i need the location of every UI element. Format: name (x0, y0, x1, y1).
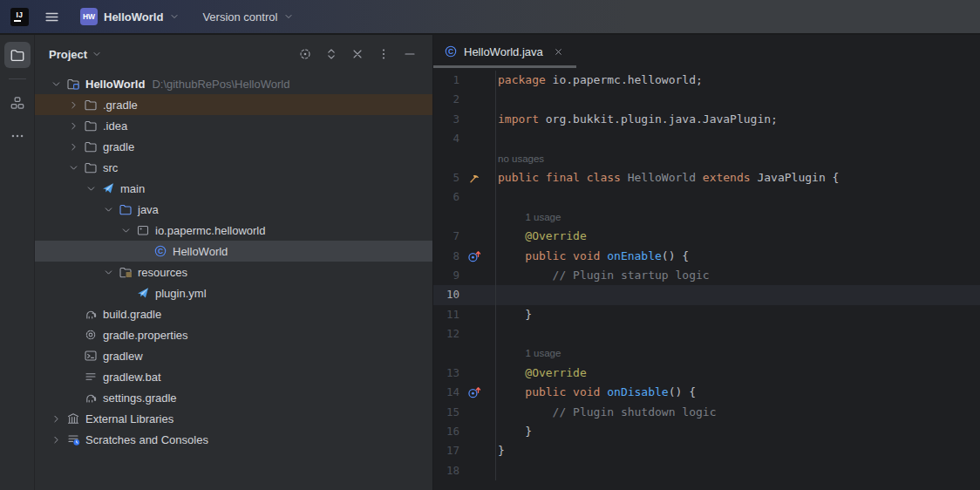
code-line-15[interactable]: 15 // Plugin shutdown logic (433, 403, 980, 422)
line-number[interactable]: 16 (433, 422, 459, 441)
kebab-button[interactable] (373, 44, 394, 65)
code-line-7[interactable]: 7 @Override (433, 227, 980, 246)
line-number[interactable]: 13 (433, 364, 459, 383)
tree-item-external-libraries[interactable]: External Libraries (35, 408, 432, 429)
line-number[interactable]: 2 (433, 90, 459, 109)
tree-item-build-gradle[interactable]: build.gradle (35, 303, 432, 324)
expand-all-button[interactable] (321, 44, 342, 65)
chevron-right-icon[interactable] (66, 140, 80, 153)
code-line-5[interactable]: 5public final class HelloWorld extends J… (433, 168, 980, 187)
editor-gutter[interactable]: 15 (433, 403, 496, 422)
locate-button[interactable] (295, 44, 316, 65)
tree-item-io-papermc-helloworld[interactable]: io.papermc.helloworld (35, 220, 432, 241)
tree-item-gradle-properties[interactable]: gradle.properties (35, 324, 432, 345)
stripe-button-more-tool-windows[interactable] (4, 123, 31, 149)
editor-gutter[interactable]: 6 (433, 187, 496, 207)
inlay-hint[interactable]: 1 usage (523, 208, 561, 227)
line-number[interactable]: 1 (433, 71, 459, 90)
chevron-down-icon[interactable] (49, 77, 63, 91)
inlay-hint[interactable]: 1 usage (523, 344, 561, 363)
tree-item-gradlew-bat[interactable]: gradlew.bat (35, 366, 432, 387)
code-line-1[interactable]: 1package io.papermc.helloworld; (433, 71, 980, 90)
line-number[interactable]: 4 (433, 129, 459, 148)
code-line-12[interactable]: 12 (433, 324, 980, 344)
editor-gutter[interactable]: 12 (433, 324, 496, 344)
stripe-button-structure[interactable] (4, 90, 31, 116)
project-panel-title[interactable]: Project (49, 48, 87, 61)
line-number[interactable]: 18 (433, 461, 459, 480)
line-number[interactable]: 12 (433, 324, 459, 344)
chevron-right-icon[interactable] (66, 119, 80, 133)
line-number[interactable]: 5 (433, 168, 459, 187)
tree-item-gradlew[interactable]: gradlew (35, 345, 432, 366)
tree-item-plugin-yml[interactable]: plugin.yml (35, 282, 432, 303)
overrides-icon[interactable] (466, 248, 483, 264)
editor-gutter[interactable]: 9 (433, 266, 496, 285)
plugin-marker-icon[interactable] (466, 171, 483, 185)
chevron-right-icon[interactable] (49, 432, 63, 446)
code-line-3[interactable]: 3import org.bukkit.plugin.java.JavaPlugi… (433, 110, 980, 129)
tree-item-java[interactable]: java (35, 199, 432, 220)
line-number[interactable]: 8 (433, 247, 459, 266)
overrides-icon[interactable] (466, 385, 483, 400)
tree-item--gradle[interactable]: .gradle (35, 94, 432, 115)
inlay-hint-row[interactable]: no usages (433, 149, 980, 168)
tree-item-src[interactable]: src (35, 157, 432, 178)
code-line-6[interactable]: 6 (433, 187, 980, 207)
tree-item-main[interactable]: main (35, 178, 432, 199)
editor-gutter[interactable]: 2 (433, 90, 496, 109)
line-number[interactable]: 7 (433, 227, 459, 246)
editor-gutter[interactable] (433, 149, 496, 168)
editor-gutter[interactable]: 13 (433, 364, 496, 383)
project-widget[interactable]: HW HelloWorld (75, 4, 185, 29)
tree-item-scratches-and-consoles[interactable]: Scratches and Consoles (35, 429, 432, 450)
editor-gutter[interactable]: 14 (433, 383, 496, 402)
line-number[interactable]: 17 (433, 441, 459, 460)
main-menu-button[interactable] (41, 6, 63, 28)
editor-gutter[interactable]: 4 (433, 129, 496, 148)
editor-gutter[interactable]: 16 (433, 422, 496, 441)
editor-gutter[interactable] (433, 208, 496, 227)
tree-item-settings-gradle[interactable]: settings.gradle (35, 387, 432, 408)
code-line-9[interactable]: 9 // Plugin startup logic (433, 266, 980, 285)
editor-tab-helloworld-java[interactable]: C HelloWorld.java (433, 35, 576, 68)
editor-gutter[interactable]: 17 (433, 441, 496, 460)
tree-item-helloworld[interactable]: HelloWorldD:\githubRePos\HelloWorld (35, 73, 432, 94)
code-line-10[interactable]: 10 (433, 285, 980, 304)
code-line-2[interactable]: 2 (433, 90, 980, 109)
code-line-11[interactable]: 11 } (433, 305, 980, 324)
code-line-17[interactable]: 17} (433, 441, 980, 460)
code-line-8[interactable]: 8 public void onEnable() { (433, 247, 980, 266)
tree-item-gradle[interactable]: gradle (35, 136, 432, 157)
chevron-down-icon[interactable] (119, 223, 133, 237)
line-number[interactable]: 14 (433, 383, 459, 402)
stripe-button-project[interactable] (4, 42, 31, 68)
collapse-all-button[interactable] (347, 44, 368, 65)
editor-gutter[interactable]: 5 (433, 168, 496, 187)
tree-item-helloworld[interactable]: CHelloWorld (35, 241, 432, 262)
line-number[interactable]: 9 (433, 266, 459, 285)
inlay-hint[interactable]: no usages (496, 149, 544, 168)
code-line-18[interactable]: 18 (433, 461, 980, 480)
editor-gutter[interactable]: 18 (433, 461, 496, 480)
code-line-14[interactable]: 14 public void onDisable() { (433, 383, 980, 402)
line-number[interactable]: 6 (433, 187, 459, 207)
hide-button[interactable] (399, 44, 420, 65)
line-number[interactable]: 10 (433, 285, 459, 304)
code-line-13[interactable]: 13 @Override (433, 364, 980, 383)
editor-gutter[interactable]: 8 (433, 247, 496, 266)
tab-close-button[interactable] (551, 44, 566, 59)
chevron-down-icon[interactable] (84, 181, 98, 195)
editor-gutter[interactable]: 3 (433, 110, 496, 129)
editor-gutter[interactable] (433, 344, 496, 363)
chevron-down-icon[interactable] (66, 160, 80, 174)
tree-item--idea[interactable]: .idea (35, 115, 432, 136)
inlay-hint-row[interactable]: 1 usage (433, 208, 980, 227)
line-number[interactable]: 11 (433, 305, 459, 324)
vcs-widget[interactable]: Version control (197, 7, 299, 27)
inlay-hint-row[interactable]: 1 usage (433, 344, 980, 363)
chevron-right-icon[interactable] (49, 412, 63, 425)
chevron-down-icon[interactable] (92, 49, 102, 59)
chevron-down-icon[interactable] (101, 202, 115, 216)
line-number[interactable]: 15 (433, 403, 459, 422)
